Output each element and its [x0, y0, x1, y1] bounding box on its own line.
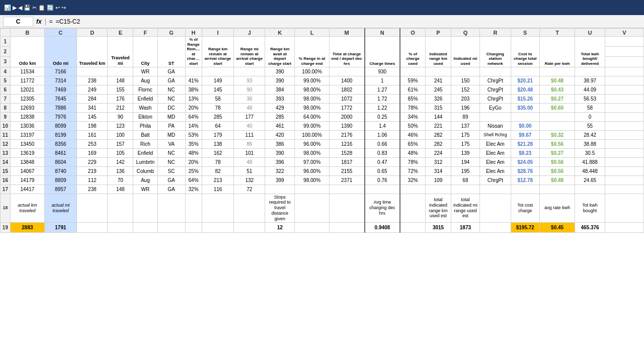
- odo-km: 13450: [10, 139, 44, 148]
- pct-charge-used: 50%: [400, 121, 426, 130]
- range-mi-arr: 40: [234, 121, 265, 130]
- col-I-header[interactable]: I: [202, 29, 234, 37]
- traveled-mi: 155: [108, 85, 133, 94]
- extra: [605, 157, 643, 166]
- state: GA: [157, 67, 185, 76]
- traveled-km: 238: [76, 185, 108, 194]
- extra: [605, 166, 643, 175]
- state: MD: [157, 112, 185, 121]
- header-indicated-mi-used: Indicated mi used: [451, 37, 479, 67]
- odo-mi: 8604: [45, 157, 77, 166]
- tot-kwh-value: 465.376: [575, 222, 605, 232]
- network: ChrgPt: [480, 94, 511, 103]
- header-pct-range: % of Range Remain at charge start: [185, 37, 202, 67]
- charge-times: 0.66: [365, 139, 400, 148]
- odo-km: 12021: [10, 85, 44, 94]
- formula-bar: C fx | = =C15-C2: [0, 15, 644, 28]
- ind-mi-used: [451, 67, 479, 76]
- tot-kwh-label: Tot kwh bought: [575, 194, 605, 222]
- odo-km: 14067: [10, 166, 44, 175]
- col-S-header[interactable]: S: [511, 29, 539, 37]
- col-V-header[interactable]: V: [605, 29, 643, 37]
- extra: [605, 112, 643, 121]
- col-M-header[interactable]: M: [329, 29, 364, 37]
- avg-time-label: Avg time charging dec hrs: [365, 194, 400, 222]
- col-K-header[interactable]: K: [265, 29, 295, 37]
- kwh: 44.09: [575, 85, 605, 94]
- range-km-dep: [265, 185, 295, 194]
- col-O-header[interactable]: O: [400, 29, 426, 37]
- ind-mi-used: 195: [451, 166, 479, 175]
- pct-range: 64%: [185, 175, 202, 185]
- extra: [605, 94, 643, 103]
- col-E-header[interactable]: E: [108, 29, 133, 37]
- col-D-header[interactable]: D: [76, 29, 108, 37]
- kwh: 58: [575, 103, 605, 112]
- rate: $0.56: [539, 166, 575, 175]
- col-F-header[interactable]: F: [133, 29, 157, 37]
- total-ind-km-label: total indicated range km used est: [426, 194, 451, 222]
- odo-mi: 7314: [45, 76, 77, 85]
- col-T-header[interactable]: T: [539, 29, 575, 37]
- network: Elec Am: [480, 166, 511, 175]
- city: Wash: [133, 103, 157, 112]
- col-B-header[interactable]: B: [10, 29, 44, 37]
- kwh: 38.97: [575, 76, 605, 85]
- state: VA: [157, 139, 185, 148]
- range-km-dep: 420: [265, 130, 295, 139]
- time-charge: [329, 67, 364, 76]
- col-H-header[interactable]: H: [185, 29, 202, 37]
- col-P-header[interactable]: P: [426, 29, 451, 37]
- col-L-header[interactable]: L: [295, 29, 329, 37]
- ind-km-used: 241: [426, 76, 451, 85]
- city: Aug: [133, 175, 157, 185]
- col-Q-header[interactable]: Q: [451, 29, 479, 37]
- actual-mi-label: actual mi traveled: [45, 194, 77, 222]
- charge-times: 1.72: [365, 94, 400, 103]
- col-R-header[interactable]: R: [480, 29, 511, 37]
- pct-range-end: 96.00%: [295, 166, 329, 175]
- odo-mi: 7645: [45, 94, 77, 103]
- col-C-header[interactable]: C: [45, 29, 77, 37]
- ind-mi-used: 175: [451, 130, 479, 139]
- pct-range-end: 98.00%: [295, 94, 329, 103]
- kwh: 0: [575, 112, 605, 121]
- range-km-dep: 390: [265, 76, 295, 85]
- ind-km-used: 314: [426, 166, 451, 175]
- network: EyGo: [480, 103, 511, 112]
- extra: [605, 139, 643, 148]
- col-U-header[interactable]: U: [575, 29, 605, 37]
- ind-km-used: 282: [426, 139, 451, 148]
- range-mi-arr: 132: [234, 175, 265, 185]
- ind-mi-used: 175: [451, 139, 479, 148]
- col-N-header[interactable]: N: [365, 29, 400, 37]
- col-G-header[interactable]: G: [157, 29, 185, 37]
- table-row: 11 13197 8199 161 100 Balt MD 53% 179 11…: [1, 130, 644, 139]
- range-km-dep: 461: [265, 121, 295, 130]
- cell-reference[interactable]: C: [3, 17, 33, 27]
- range-km-arr: 64: [202, 121, 234, 130]
- ind-km-used: 221: [426, 121, 451, 130]
- network: ChrgPt: [480, 175, 511, 185]
- formula-content: =C15-C2: [56, 18, 641, 25]
- extra: [605, 85, 643, 94]
- network: ChrgPt: [480, 85, 511, 94]
- header-odo-mi: Odo mi: [45, 37, 77, 67]
- traveled-km: 112: [76, 175, 108, 185]
- odo-km: 12693: [10, 103, 44, 112]
- pct-range: 35%: [185, 139, 202, 148]
- odo-km: 11772: [10, 76, 44, 85]
- toolbar-icons: 📊 ▶ ◀ 💾 ✂ 📋 🔄 ↩ ↪: [4, 5, 66, 11]
- total-ind-mi-value: 1873: [451, 222, 479, 232]
- pct-charge-used: 32%: [400, 175, 426, 185]
- kwh: 48.448: [575, 166, 605, 175]
- extra: [605, 103, 643, 112]
- range-km-arr: 145: [202, 85, 234, 94]
- col-J-header[interactable]: J: [234, 29, 265, 37]
- pct-charge-used: 46%: [400, 130, 426, 139]
- rate: $0.27: [539, 148, 575, 157]
- odo-km: 11534: [10, 67, 44, 76]
- range-mi-arr: 86: [234, 139, 265, 148]
- range-km-arr: 179: [202, 130, 234, 139]
- rate: $0.56: [539, 157, 575, 166]
